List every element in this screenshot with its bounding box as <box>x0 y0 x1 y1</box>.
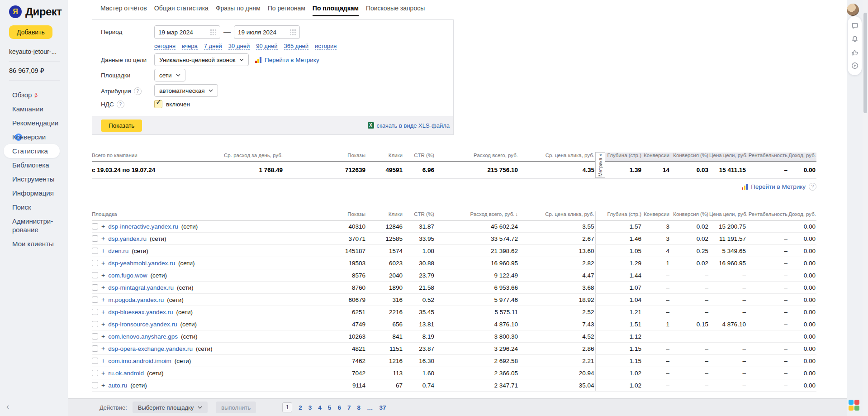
sidebar-item-conversions[interactable]: Конверсии <box>9 130 68 144</box>
pagination-page-link[interactable]: 2 <box>299 404 302 411</box>
pagination-page-link[interactable]: 4 <box>318 404 322 411</box>
video-play-icon[interactable] <box>851 62 859 69</box>
column-header[interactable]: CTR (%) <box>403 211 435 220</box>
site-link[interactable]: m.pogoda.yandex.ru <box>108 296 164 303</box>
services-widget-icon[interactable] <box>849 400 859 411</box>
column-header[interactable]: Доход, руб. <box>788 211 816 220</box>
column-header[interactable]: Площадка <box>92 211 284 220</box>
help-icon[interactable]: ? <box>117 100 124 108</box>
expand-icon[interactable]: + <box>101 370 105 376</box>
goto-metrika-link[interactable]: Перейти в Метрику <box>255 53 319 66</box>
site-link[interactable]: dsp-ironsource.yandex.ru <box>108 321 177 328</box>
site-link[interactable]: dsp-yeahmobi.yandex.ru <box>108 260 175 267</box>
show-button[interactable]: Показать <box>101 120 142 132</box>
date-from-input[interactable]: 19 мар 2024 <box>154 25 220 39</box>
row-checkbox[interactable] <box>92 235 98 242</box>
column-header[interactable]: Конверсии <box>642 211 670 220</box>
sidebar-item-overview[interactable]: Обзорβ <box>9 88 68 102</box>
quick-range-link[interactable]: вчера <box>182 43 198 50</box>
row-checkbox[interactable] <box>92 284 98 291</box>
expand-icon[interactable]: + <box>101 321 105 327</box>
site-link[interactable]: dsp-opera-exchange.yandex.ru <box>108 345 193 352</box>
goal-select[interactable]: Уникально-целевой звонок <box>154 53 249 66</box>
sidebar-item-information[interactable]: Информация <box>9 186 68 200</box>
row-checkbox[interactable] <box>92 382 98 388</box>
tab-поисковые-запросы[interactable]: Поисковые запросы <box>366 5 425 16</box>
quick-range-link[interactable]: 7 дней <box>204 43 222 50</box>
platform-action-select[interactable]: Выберите площадку <box>133 402 208 413</box>
column-header[interactable]: Показы <box>284 211 366 220</box>
chat-icon[interactable] <box>851 22 859 29</box>
tab-по-площадкам[interactable]: По площадкам <box>313 5 359 16</box>
sidebar-item-library[interactable]: Библиотека <box>9 158 68 172</box>
expand-icon[interactable]: + <box>101 346 105 351</box>
quick-range-link[interactable]: 30 дней <box>228 43 250 50</box>
column-header[interactable]: Клики <box>366 211 403 220</box>
site-link[interactable]: dsp-blueseax.yandex.ru <box>108 309 173 316</box>
site-link[interactable]: com.lenovo.anyshare.gps <box>108 333 178 340</box>
pagination-page-link[interactable]: 37 <box>379 404 386 411</box>
scrollbar-thumb[interactable] <box>863 13 867 113</box>
row-checkbox[interactable] <box>92 370 98 376</box>
row-checkbox[interactable] <box>92 358 98 364</box>
pagination-page-link[interactable]: 3 <box>308 404 312 411</box>
notifications-bell-icon[interactable] <box>851 35 859 43</box>
thumbs-up-icon[interactable] <box>851 49 859 56</box>
metrika-vertical-tab[interactable]: Метрика » <box>595 152 605 178</box>
site-link[interactable]: dsp.yandex.ru <box>108 235 147 242</box>
sidebar-item-campaigns[interactable]: Кампании <box>9 102 68 116</box>
row-checkbox[interactable] <box>92 296 98 303</box>
column-header[interactable]: Ср. цена клика, руб. <box>519 211 595 220</box>
pagination-page-link[interactable]: 5 <box>328 404 332 411</box>
tab-мастер-отчётов[interactable]: Мастер отчётов <box>100 5 147 16</box>
add-button[interactable]: Добавить <box>9 25 52 39</box>
site-link[interactable]: dsp-inneractive.yandex.ru <box>108 223 178 230</box>
column-header-sorted[interactable]: Расход всего, руб.↓ <box>435 211 519 220</box>
row-checkbox[interactable] <box>92 260 98 266</box>
pagination-page-link[interactable]: 6 <box>337 404 341 411</box>
column-header[interactable]: Рентабельность <box>747 211 788 220</box>
sidebar-item-tools[interactable]: Инструменты <box>9 172 68 186</box>
sidebar-collapse-icon[interactable]: ‹ <box>6 402 9 411</box>
help-icon[interactable]: ? <box>134 87 142 95</box>
expand-icon[interactable]: + <box>101 260 105 266</box>
pagination-current-page[interactable]: 1 <box>282 402 292 412</box>
sidebar-item-recommendations[interactable]: Рекомендации2 <box>9 116 68 130</box>
app-logo[interactable]: Я Директ <box>9 5 68 18</box>
column-header[interactable]: Глубина (стр.) <box>606 211 642 220</box>
site-link[interactable]: com.fugo.wow <box>108 272 147 279</box>
account-name[interactable]: keyauto-jetour-... <box>9 48 68 55</box>
sidebar-item-search[interactable]: Поиск <box>9 200 68 214</box>
tab-по-регионам[interactable]: По регионам <box>268 5 305 16</box>
expand-icon[interactable]: + <box>101 358 105 363</box>
row-checkbox[interactable] <box>92 345 98 352</box>
pagination-page-link[interactable]: 8 <box>357 404 360 411</box>
pagination-page-link[interactable]: 7 <box>347 404 351 411</box>
goto-metrika-link[interactable]: Перейти в Метрику <box>751 183 806 190</box>
site-link[interactable]: auto.ru <box>108 382 127 389</box>
site-link[interactable]: ru.ok.android <box>108 370 144 377</box>
help-icon[interactable]: ? <box>809 183 816 191</box>
site-link[interactable]: dsp-mintagral.yandex.ru <box>108 284 174 291</box>
download-xls-link[interactable]: X скачать в виде XLS-файла <box>368 122 450 129</box>
apply-button[interactable]: выполнить <box>216 402 256 413</box>
row-checkbox[interactable] <box>92 272 98 278</box>
tab-общая-статистика[interactable]: Общая статистика <box>154 5 209 16</box>
column-header[interactable]: Конверсия (%) <box>670 211 709 220</box>
row-checkbox[interactable] <box>92 321 98 327</box>
date-to-input[interactable]: 19 июля 2024 <box>234 25 300 39</box>
sidebar-item-statistics[interactable]: Статистика <box>4 144 60 158</box>
expand-icon[interactable]: + <box>101 309 105 315</box>
expand-icon[interactable]: + <box>101 383 105 388</box>
expand-icon[interactable]: + <box>101 285 105 290</box>
sidebar-item-administration[interactable]: Администри- рование <box>9 214 68 237</box>
platforms-select[interactable]: сети <box>154 69 185 81</box>
tab-фразы-по-дням[interactable]: Фразы по дням <box>216 5 261 16</box>
expand-icon[interactable]: + <box>101 236 105 241</box>
expand-icon[interactable]: + <box>101 248 105 253</box>
expand-icon[interactable]: + <box>101 273 105 278</box>
row-checkbox[interactable] <box>92 309 98 315</box>
row-checkbox[interactable] <box>92 223 98 230</box>
expand-icon[interactable]: + <box>101 224 105 229</box>
sidebar-item-my-clients[interactable]: Мои клиенты <box>9 237 68 251</box>
